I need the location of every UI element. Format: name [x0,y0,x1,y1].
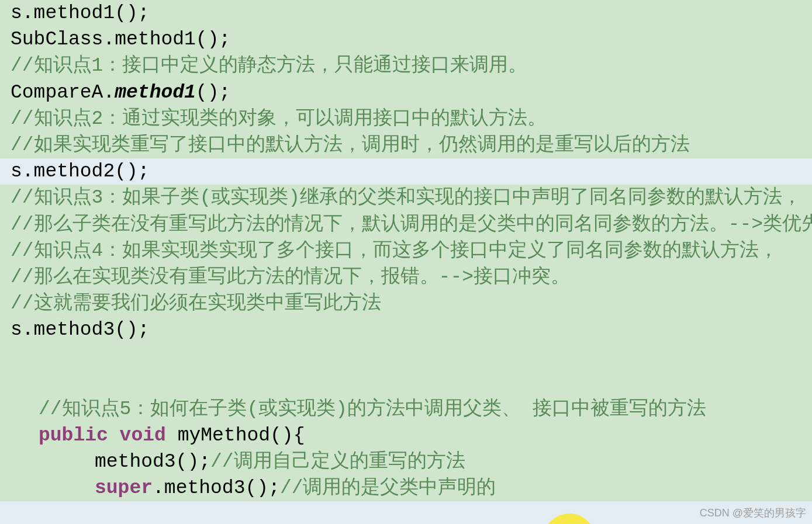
code: myMethod(){ [178,425,305,446]
comment-line-9: //那么子类在没有重写此方法的情况下，默认调用的是父类中的同名同参数的方法。--… [0,211,812,238]
comment: //那么在实现类没有重写此方法的情况下，报错。-->接口冲突。 [11,266,570,288]
comment: //知识点4：如果实现类实现了多个接口，而这多个接口中定义了同名同参数的默认方法… [11,240,778,262]
comment-line-11: //那么在实现类没有重写此方法的情况下，报错。-->接口冲突。 [0,264,812,290]
comment: //调用的是父类中声明的 [280,477,496,499]
code-line-15: public void myMethod(){ [0,422,812,449]
comment: //知识点5：如何在子类(或实现类)的方法中调用父类、 接口中被重写的方法 [39,398,706,420]
watermark: CSDN @爱笑的男孩字 [700,506,806,520]
code-line-2: SubClass.method1(); [0,26,812,53]
comment: //这就需要我们必须在实现类中重写此方法 [11,293,381,314]
code-line-16: method3();//调用自己定义的重写的方法 [0,449,812,475]
code: CompareA. [11,82,115,103]
comment-line-18: //调用接口中的默认方法 [0,501,812,524]
comment-line-6: //如果实现类重写了接口中的默认方法，调用时，仍然调用的是重写以后的方法 [0,132,812,158]
code-line-4: CompareA.method1(); [0,79,812,106]
comment: //知识点3：如果子类(或实现类)继承的父类和实现的接口中声明了同名同参数的默认… [11,187,801,209]
keyword: super [95,477,153,499]
comment: //如果实现类重写了接口中的默认方法，调用时，仍然调用的是重写以后的方法 [11,134,690,156]
comment-line-8: //知识点3：如果子类(或实现类)继承的父类和实现的接口中声明了同名同参数的默认… [0,185,812,211]
code: SubClass.method1(); [11,29,230,50]
method: method1 [115,82,196,103]
comment: //知识点2：通过实现类的对象，可以调用接口中的默认方法。 [11,108,547,130]
code-line-1: s.method1(); [0,0,812,26]
comment-line-12: //这就需要我们必须在实现类中重写此方法 [0,290,812,317]
comment: //那么子类在没有重写此方法的情况下，默认调用的是父类中的同名同参数的方法。--… [11,214,812,235]
keyword: public void [39,425,178,446]
code-line-7: s.method2(); [0,158,812,185]
blank-line [0,370,812,396]
cursor-highlight-icon [494,484,599,524]
comment-line-14: //知识点5：如何在子类(或实现类)的方法中调用父类、 接口中被重写的方法 [0,396,812,422]
code: s.method1(); [11,2,150,24]
comment-line-3: //知识点1：接口中定义的静态方法，只能通过接口来调用。 [0,53,812,79]
code: s.method2(); [11,161,150,182]
code-line-17: super.method3();//调用的是父类中声明的 [0,475,812,501]
code: method3(); [95,451,210,473]
code: .method3(); [153,477,280,499]
comment: //调用自己定义的重写的方法 [210,451,465,473]
svg-point-0 [543,513,596,524]
comment: //知识点1：接口中定义的静态方法，只能通过接口来调用。 [11,55,527,77]
code: s.method3(); [11,319,150,341]
code-line-13: s.method3(); [0,317,812,343]
comment-line-10: //知识点4：如果实现类实现了多个接口，而这多个接口中定义了同名同参数的默认方法… [0,238,812,264]
code: (); [196,82,230,103]
blank-line [0,343,812,370]
comment-line-5: //知识点2：通过实现类的对象，可以调用接口中的默认方法。 [0,106,812,132]
